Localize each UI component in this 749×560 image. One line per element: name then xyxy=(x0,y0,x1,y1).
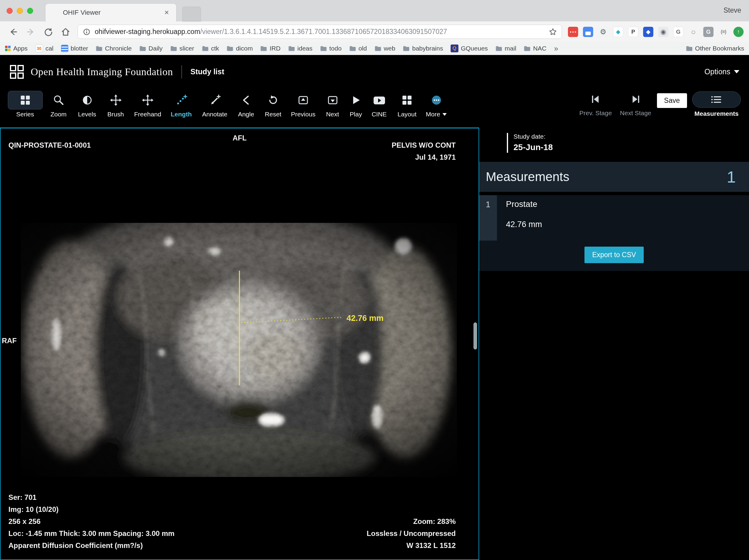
save-button[interactable]: Save xyxy=(657,93,687,108)
bookmark-ideas[interactable]: ideas xyxy=(288,45,313,52)
window-level: W 3132 L 1512 xyxy=(367,540,456,552)
url-bar[interactable]: ohifviewer-staging.herokuapp.com/viewer/… xyxy=(78,25,562,39)
bookmark-label: GQueues xyxy=(461,45,488,52)
calendar-icon: 30 xyxy=(35,44,43,52)
bookmark-dicom[interactable]: dicom xyxy=(227,45,253,52)
tool-label: More xyxy=(426,111,441,118)
tool-angle[interactable]: Angle xyxy=(233,88,260,128)
bookmark-label: ctk xyxy=(211,45,219,52)
tool-label: CINE xyxy=(371,111,387,118)
camera-extension-icon[interactable]: ◉ xyxy=(658,27,668,37)
gray-g-extension-icon[interactable]: G xyxy=(703,27,713,37)
study-desc-line: PELVIS W/O CONT xyxy=(392,139,456,151)
reload-button[interactable] xyxy=(40,24,56,40)
bookmark-star-icon[interactable] xyxy=(548,27,557,36)
profile-name[interactable]: Steve xyxy=(723,6,741,15)
tab-title: OHIF Viewer xyxy=(63,9,162,17)
browser-toolbar: ohifviewer-staging.herokuapp.com/viewer/… xyxy=(0,21,749,42)
blue-window-extension-icon[interactable] xyxy=(583,27,593,37)
bookmark-ctk[interactable]: ctk xyxy=(202,45,219,52)
folder-icon xyxy=(227,46,233,51)
tool-series[interactable]: Series xyxy=(6,88,44,128)
bookmark-web[interactable]: web xyxy=(374,45,395,52)
tool-more[interactable]: More xyxy=(422,88,451,128)
study-date-value: 25-Jun-18 xyxy=(513,143,553,152)
bookmark-blotter[interactable]: blotter xyxy=(61,45,88,52)
bookmark-ird[interactable]: IRD xyxy=(260,45,280,52)
bookmark-other-bookmarks[interactable]: Other Bookmarks xyxy=(686,45,744,52)
play-icon xyxy=(350,91,362,109)
prev-stage-button[interactable]: Prev. Stage xyxy=(577,88,615,117)
red-menu-extension-icon[interactable]: ⋯ xyxy=(568,27,578,37)
minimize-window-button[interactable] xyxy=(17,8,23,14)
tool-cine[interactable]: CINE xyxy=(366,88,392,128)
length-measure-icon xyxy=(175,91,187,109)
new-tab-button[interactable] xyxy=(182,7,201,22)
tool-next[interactable]: Next xyxy=(320,88,345,128)
p-extension-icon[interactable]: P xyxy=(628,27,638,37)
export-csv-button[interactable]: Export to CSV xyxy=(584,246,644,263)
ohif-logo-icon xyxy=(9,65,24,79)
tool-levels[interactable]: Levels xyxy=(73,88,101,128)
tool-length[interactable]: Length xyxy=(166,88,197,128)
tool-bar: Series Zoom Levels Brush Freehand Length xyxy=(0,88,749,128)
tool-label: Previous xyxy=(291,111,316,118)
g-extension-icon[interactable]: G xyxy=(673,27,683,37)
tool-freehand[interactable]: Freehand xyxy=(130,88,166,128)
fullscreen-window-button[interactable] xyxy=(27,8,33,14)
next-stage-button[interactable]: Next Stage xyxy=(617,88,655,117)
tool-zoom[interactable]: Zoom xyxy=(44,88,73,128)
series-grid-icon xyxy=(8,91,43,109)
browser-tab[interactable]: OHIF Viewer × xyxy=(45,3,176,22)
orientation-left-marker: RAF xyxy=(2,335,17,347)
measurement-name[interactable]: Prostate xyxy=(506,199,542,209)
bottom-right-overlay: Zoom: 283% Lossless / Uncompressed W 313… xyxy=(367,516,456,552)
measurements-title: Measurements xyxy=(486,170,727,184)
tool-label: Play xyxy=(350,111,362,118)
tool-reset[interactable]: Reset xyxy=(260,88,287,128)
teal-diamond-extension-icon[interactable]: ◆ xyxy=(613,27,623,37)
bookmark-cal[interactable]: 30 cal xyxy=(35,44,53,52)
circle-extension-icon[interactable]: ○ xyxy=(688,27,699,37)
bookmark-old[interactable]: old xyxy=(349,45,367,52)
bookmark-label: Other Bookmarks xyxy=(695,45,744,52)
bookmark-babybrains[interactable]: babybrains xyxy=(403,45,443,52)
image-viewport[interactable]: 42.76 mm QIN-PROSTATE-01-0001 AFL PELVIS… xyxy=(0,128,479,560)
measurement-row[interactable]: 1 Prostate 42.76 mm xyxy=(479,195,749,241)
bookmarks-overflow-chevron[interactable]: » xyxy=(554,44,558,53)
bookmark-nac[interactable]: NAC xyxy=(524,45,546,52)
study-date-block: Study date: 25-Jun-18 xyxy=(507,133,749,153)
bookmark-todo[interactable]: todo xyxy=(320,45,342,52)
tool-annotate[interactable]: Annotate xyxy=(197,88,233,128)
bookmark-gqueues[interactable]: Q GQueues xyxy=(451,44,488,52)
bottom-left-overlay: Ser: 701 Img: 10 (10/20) 256 x 256 Loc: … xyxy=(8,491,174,552)
previous-image-icon xyxy=(297,91,309,109)
bookmark-daily[interactable]: Daily xyxy=(139,45,163,52)
tab-close-icon[interactable]: × xyxy=(162,8,171,18)
green-update-extension-icon[interactable]: ↑ xyxy=(733,27,744,37)
close-window-button[interactable] xyxy=(7,8,13,14)
tool-brush[interactable]: Brush xyxy=(101,88,130,128)
tool-label: Angle xyxy=(238,111,254,118)
back-button[interactable] xyxy=(5,24,21,40)
page-info-icon[interactable] xyxy=(82,27,91,36)
bookmark-apps[interactable]: Apps xyxy=(5,45,28,52)
home-button[interactable] xyxy=(58,24,73,40)
options-menu[interactable]: Options xyxy=(705,67,740,76)
forward-button[interactable] xyxy=(23,24,39,40)
folder-icon xyxy=(320,46,327,51)
tool-label: Brush xyxy=(107,111,124,118)
code-braces-extension-icon[interactable]: {≡} xyxy=(718,27,729,37)
tool-previous[interactable]: Previous xyxy=(287,88,320,128)
measurements-toggle[interactable]: Measurements xyxy=(689,88,744,117)
tool-layout[interactable]: Layout xyxy=(392,88,422,128)
bookmark-slicer[interactable]: slicer xyxy=(170,45,194,52)
bookmark-mail[interactable]: mail xyxy=(495,45,516,52)
bookmark-label: mail xyxy=(505,45,516,52)
study-list-link[interactable]: Study list xyxy=(190,67,224,76)
blue-diamond-extension-icon[interactable]: ◆ xyxy=(643,27,654,37)
bookmark-chronicle[interactable]: Chronicle xyxy=(95,45,132,52)
tool-play[interactable]: Play xyxy=(345,88,366,128)
gear-extension-icon[interactable]: ⚙ xyxy=(598,27,608,37)
stack-scrollbar[interactable] xyxy=(473,322,477,349)
